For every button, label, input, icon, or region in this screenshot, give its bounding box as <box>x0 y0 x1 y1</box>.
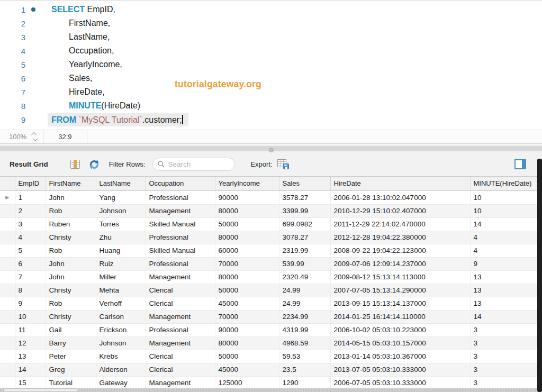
table-cell[interactable]: 10 <box>470 190 537 204</box>
column-header[interactable]: Sales <box>279 177 330 190</box>
table-cell[interactable]: 2008-09-22 19:04:22.123000 <box>330 244 470 257</box>
table-cell[interactable]: 24.99 <box>279 297 330 310</box>
table-cell[interactable]: 80000 <box>215 231 279 244</box>
code-line[interactable]: 6Sales, <box>0 71 542 85</box>
table-cell[interactable]: 1290 <box>279 376 330 389</box>
row-marker-cell[interactable] <box>0 323 15 336</box>
table-cell[interactable]: John <box>46 270 96 284</box>
code-line[interactable]: 3LastName, <box>0 30 542 44</box>
row-marker-cell[interactable] <box>0 376 15 389</box>
row-marker-cell[interactable] <box>0 217 15 231</box>
table-row[interactable]: 4ChristyZhuProfessional800003078.272012-… <box>0 231 537 244</box>
table-cell[interactable]: 1 <box>15 190 46 204</box>
table-cell[interactable]: 15 <box>15 376 46 389</box>
table-cell[interactable]: Management <box>146 310 215 323</box>
row-marker-cell[interactable] <box>0 363 15 376</box>
table-cell[interactable]: 4319.99 <box>279 323 330 336</box>
column-header[interactable]: LastName <box>96 177 146 190</box>
table-cell[interactable]: Christy <box>46 284 96 297</box>
table-cell[interactable]: Johnson <box>96 204 146 217</box>
table-row[interactable]: 11GailEricksonProfessional900004319.9920… <box>0 323 537 336</box>
table-cell[interactable]: Krebs <box>96 350 146 363</box>
vertical-scrollbar[interactable] <box>537 159 542 392</box>
row-marker-cell[interactable] <box>0 284 15 297</box>
table-cell[interactable]: 3 <box>15 217 46 231</box>
table-cell[interactable]: 14 <box>470 310 537 323</box>
column-header[interactable]: MINUTE(HireDate) <box>470 177 537 190</box>
code-line[interactable]: 2FirstName, <box>0 16 542 30</box>
row-marker-cell[interactable] <box>0 204 15 217</box>
search-input[interactable] <box>168 160 226 168</box>
code-line[interactable]: 4Occupation, <box>0 44 542 58</box>
table-cell[interactable]: 12 <box>15 336 46 350</box>
refresh-icon[interactable] <box>89 159 100 170</box>
table-cell[interactable]: 4 <box>470 244 537 257</box>
table-cell[interactable]: Peter <box>46 350 96 363</box>
code-line[interactable]: 1SELECT EmpID, <box>0 3 542 16</box>
table-cell[interactable]: 3078.27 <box>279 231 330 244</box>
table-cell[interactable]: Alderson <box>96 363 146 376</box>
table-cell[interactable]: 2234.99 <box>279 310 330 323</box>
row-marker-cell[interactable] <box>0 244 15 257</box>
zoom-stepper[interactable] <box>31 130 43 143</box>
table-cell[interactable]: 3 <box>470 376 537 389</box>
table-cell[interactable]: Christy <box>46 231 96 244</box>
table-cell[interactable]: 13 <box>15 350 46 363</box>
table-row[interactable]: 13PeterKrebsClerical5000059.532013-01-14… <box>0 350 537 363</box>
code-line[interactable]: 8MINUTE(HireDate) <box>0 99 542 113</box>
table-cell[interactable]: 13 <box>470 297 537 310</box>
column-header[interactable]: Occupation <box>146 177 215 190</box>
horizontal-scrollbar-thumb[interactable] <box>3 388 77 392</box>
table-cell[interactable]: 2013-09-15 15:13:14.137000 <box>330 297 470 310</box>
table-cell[interactable]: 8 <box>15 284 46 297</box>
table-cell[interactable]: 13 <box>470 284 537 297</box>
table-cell[interactable]: 2007-07-05 15:13:14.290000 <box>330 284 470 297</box>
table-cell[interactable]: 2006-01-28 13:10:02.047000 <box>330 190 470 204</box>
table-cell[interactable]: 3399.99 <box>279 204 330 217</box>
table-cell[interactable]: Carlson <box>96 310 146 323</box>
table-cell[interactable]: 2009-07-06 12:09:14.237000 <box>330 257 470 270</box>
table-cell[interactable]: Barry <box>46 336 96 350</box>
grid-view-icon[interactable] <box>70 160 80 169</box>
table-cell[interactable]: 4 <box>15 231 46 244</box>
table-cell[interactable]: Ruiz <box>96 257 146 270</box>
table-cell[interactable]: 2 <box>15 204 46 217</box>
table-row[interactable]: 8ChristyMehtaClerical5000024.992007-07-0… <box>0 284 537 297</box>
row-marker-cell[interactable] <box>0 297 15 310</box>
table-cell[interactable]: 125000 <box>215 376 279 389</box>
table-cell[interactable]: 4 <box>470 231 537 244</box>
table-cell[interactable]: 2010-12-29 15:10:02.407000 <box>330 204 470 217</box>
table-row[interactable]: 12BarryJohnsonManagement800004968.592014… <box>0 336 537 350</box>
table-cell[interactable]: 50000 <box>215 284 279 297</box>
table-cell[interactable]: 2011-12-29 22:14:02.470000 <box>330 217 470 231</box>
sql-editor[interactable]: tutorialgateway.org 1SELECT EmpID,2First… <box>0 0 542 130</box>
splitter-grip-handle[interactable] <box>269 148 274 152</box>
table-row[interactable]: 10ChristyCarlsonManagement700002234.9920… <box>0 310 537 323</box>
table-cell[interactable]: Miller <box>96 270 146 284</box>
table-cell[interactable]: Rob <box>46 204 96 217</box>
side-panel-toggle-icon[interactable] <box>514 159 526 169</box>
table-cell[interactable]: Rob <box>46 244 96 257</box>
table-cell[interactable]: 2009-08-12 15:13:14.113000 <box>330 270 470 284</box>
table-row[interactable]: 14GregAldersonClerical4500023.52013-07-0… <box>0 363 537 376</box>
table-cell[interactable]: Professional <box>146 257 215 270</box>
table-cell[interactable]: Skilled Manual <box>146 244 215 257</box>
table-row[interactable]: 7JohnMillerManagement800002320.492009-08… <box>0 270 537 284</box>
table-cell[interactable]: 13 <box>470 270 537 284</box>
table-cell[interactable]: 90000 <box>215 323 279 336</box>
table-cell[interactable]: 2013-01-14 05:03:10.367000 <box>330 350 470 363</box>
code-line[interactable]: 9FROM `MySQL Tutorial`.customer; <box>0 113 542 126</box>
table-cell[interactable]: Christy <box>46 310 96 323</box>
table-cell[interactable]: Clerical <box>146 350 215 363</box>
table-row[interactable]: 15TutorialGatewayManagement1250001290200… <box>0 376 537 389</box>
table-cell[interactable]: Torres <box>96 217 146 231</box>
table-cell[interactable]: Ruben <box>46 217 96 231</box>
table-cell[interactable]: 2014-05-15 05:03:10.157000 <box>330 336 470 350</box>
table-cell[interactable]: 7 <box>15 270 46 284</box>
column-header[interactable]: YearlyIncome <box>215 177 279 190</box>
table-cell[interactable]: 45000 <box>215 363 279 376</box>
code-line[interactable]: 5YearlyIncome, <box>0 58 542 71</box>
row-marker-cell[interactable] <box>0 270 15 284</box>
table-cell[interactable]: 80000 <box>215 336 279 350</box>
table-cell[interactable]: John <box>46 190 96 204</box>
